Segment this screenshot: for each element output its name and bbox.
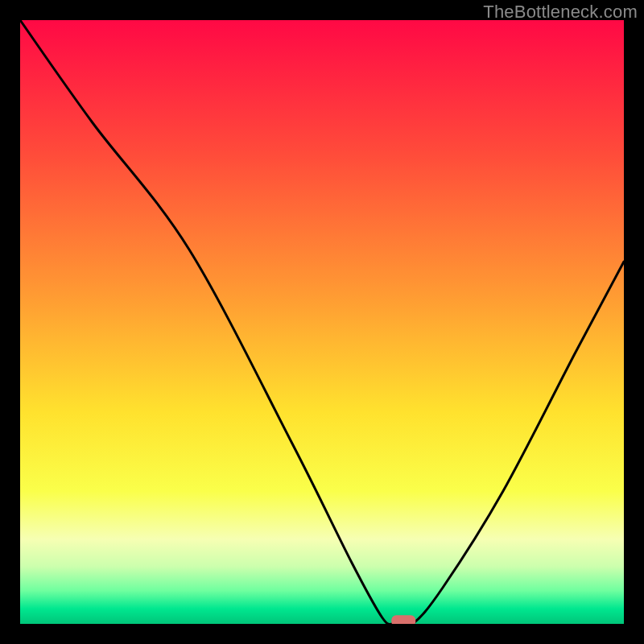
plot-area <box>20 20 624 624</box>
gradient-background <box>20 20 624 624</box>
chart-frame: TheBottleneck.com <box>0 0 644 644</box>
optimal-marker <box>391 615 415 624</box>
chart-svg <box>20 20 624 624</box>
